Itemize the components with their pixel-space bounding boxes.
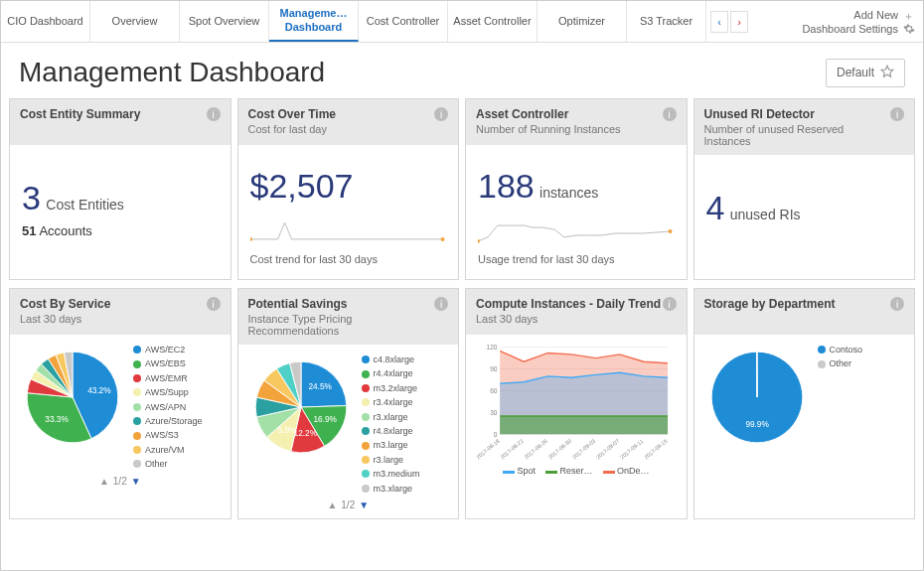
card-title: Cost By Service [20,297,110,311]
svg-text:60: 60 [490,387,498,394]
svg-text:2017-09-11: 2017-09-11 [619,438,644,461]
card-subtitle: Instance Type Pricing Recommendations [248,313,435,337]
cards-row-2: Cost By Service Last 30 days i 43.2%33.3… [1,288,923,527]
add-new-button[interactable]: Add New ＋ [853,9,915,21]
compute-trend-legend: Spot Reser… OnDe… [474,466,679,476]
cost-value: $2,507 [250,167,447,206]
info-icon[interactable]: i [890,107,904,121]
svg-text:120: 120 [487,344,498,351]
card-title: Asset Controller [476,107,621,121]
unused-ri-count: 4 [706,189,725,226]
tab-spot-overview[interactable]: Spot Overview [180,1,269,42]
compute-trend-chart: 03060901202017-08-182017-08-222017-08-26… [474,343,679,462]
svg-marker-0 [881,66,893,76]
legend-item: Spot [503,466,536,476]
card-title: Storage by Department [704,297,836,311]
legend-item: c4.8xlarge [362,353,420,366]
card-title: Potential Savings [248,297,435,311]
legend-item: r4.4xlarge [362,366,420,380]
potential-savings-legend: c4.8xlarger4.4xlargem3.2xlarger3.4xlarge… [362,353,420,496]
legend-item: Other [133,457,203,471]
tab-prev-button[interactable]: ‹ [710,11,728,33]
tab-overview[interactable]: Overview [90,1,180,42]
page-header: Management Dashboard Default [1,43,923,98]
svg-text:0: 0 [494,431,498,438]
legend-item: Contoso [818,343,863,357]
svg-text:2017-08-22: 2017-08-22 [499,438,524,461]
svg-text:2017-08-30: 2017-08-30 [547,438,572,461]
default-button-label: Default [837,66,874,79]
legend-item: AWS/EC2 [133,343,203,357]
legend-item: AWS/EBS [133,357,203,370]
tab-management-dashboard[interactable]: Manageme… Dashboard [269,1,359,42]
pie-pager[interactable]: ▲ 1/2 ▼ [18,476,223,487]
storage-pie: 99.9% [702,343,812,452]
legend-item: Azure/VM [133,443,203,457]
pie-pager[interactable]: ▲ 1/2 ▼ [246,500,451,510]
tab-optimizer[interactable]: Optimizer [538,1,627,42]
storage-legend: ContosoOther [818,343,863,371]
info-icon[interactable]: i [207,107,221,121]
cost-entity-count: 3 [22,179,41,216]
legend-item: r3.large [362,453,420,467]
instance-label: instances [539,185,598,201]
svg-text:90: 90 [490,365,498,372]
pager-down-icon: ▼ [359,500,369,510]
svg-text:33.3%: 33.3% [45,415,69,424]
info-icon[interactable]: i [890,297,904,311]
cost-entity-label: Cost Entities [46,197,124,213]
tab-cio-dashboard[interactable]: CIO Dashboard [1,1,90,42]
tab-right-actions: Add New ＋ Dashboard Settings [794,1,923,42]
svg-text:2017-09-07: 2017-09-07 [595,438,620,461]
pager-down-icon: ▼ [131,476,141,487]
card-potential-savings: Potential Savings Instance Type Pricing … [237,288,460,519]
instance-count: 188 [478,167,535,205]
legend-item: m3.large [362,438,420,452]
add-new-label: Add New [853,9,898,21]
card-subtitle: Number of unused Reserved Instances [704,123,891,147]
card-subtitle: Cost for last day [248,123,336,135]
card-title: Unused RI Detector [704,107,891,121]
tab-s3-tracker[interactable]: S3 Tracker [627,1,706,42]
card-unused-ri: Unused RI Detector Number of unused Rese… [693,98,916,280]
legend-item: r4.8xlarge [362,424,420,438]
info-icon[interactable]: i [663,107,677,121]
tab-next-button[interactable]: › [730,11,748,33]
svg-point-3 [478,239,480,243]
svg-text:2017-09-03: 2017-09-03 [571,438,596,461]
tab-asset-controller[interactable]: Asset Controller [448,1,538,42]
tab-scroll-controls: ‹ › [706,1,752,42]
settings-label: Dashboard Settings [802,23,898,35]
spark-caption: Usage trend for last 30 days [478,253,675,265]
gear-icon [903,23,915,35]
info-icon[interactable]: i [434,297,448,311]
card-storage-by-dept: Storage by Department i 99.9% ContosoOth… [693,288,916,519]
legend-item: AWS/EMR [133,371,203,385]
legend-item: r3.xlarge [362,410,420,424]
info-icon[interactable]: i [663,297,677,311]
star-icon [880,65,894,81]
default-button[interactable]: Default [826,59,905,87]
card-subtitle: Last 30 days [476,313,661,325]
info-icon[interactable]: i [207,297,221,311]
pager-up-icon: ▲ [327,500,337,510]
card-asset-controller: Asset Controller Number of Running Insta… [465,98,688,280]
card-title: Cost Entity Summary [20,107,140,121]
cost-by-service-legend: AWS/EC2AWS/EBSAWS/EMRAWS/SuppAWS/APNAzur… [133,343,203,472]
svg-point-2 [440,237,444,241]
dashboard-settings-button[interactable]: Dashboard Settings [802,23,915,35]
svg-point-1 [250,237,252,241]
card-subtitle: Number of Running Instances [476,123,621,135]
card-title: Cost Over Time [248,107,336,121]
legend-item: m3.xlarge [362,482,420,496]
svg-text:24.5%: 24.5% [308,382,332,391]
info-icon[interactable]: i [434,107,448,121]
legend-item: AWS/S3 [133,428,203,442]
card-subtitle: Last 30 days [20,313,110,325]
potential-savings-pie: 24.5%16.9%12.2%9.9% [246,353,356,462]
svg-text:9.9%: 9.9% [277,426,296,435]
card-cost-over-time: Cost Over Time Cost for last day i $2,50… [237,98,460,280]
svg-text:30: 30 [490,409,498,416]
tab-bar: CIO Dashboard Overview Spot Overview Man… [1,1,923,43]
tab-cost-controller[interactable]: Cost Controller [359,1,448,42]
